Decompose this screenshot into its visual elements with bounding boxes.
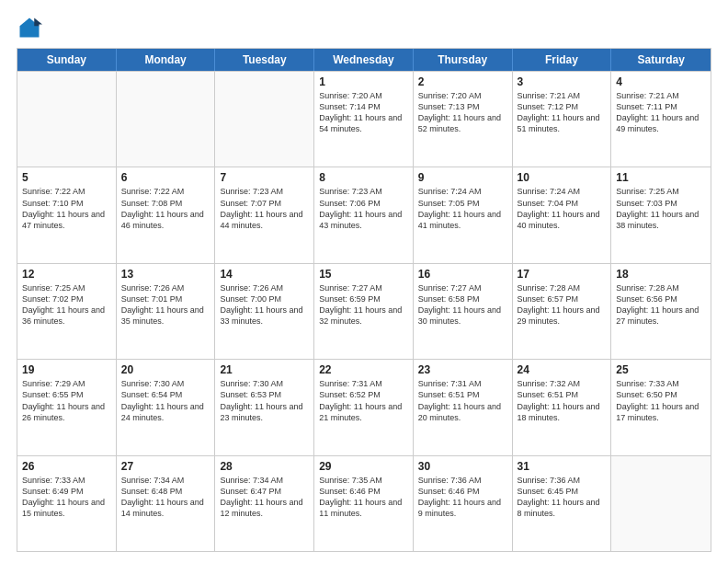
day-info: Sunrise: 7:36 AM Sunset: 6:46 PM Dayligh…: [418, 475, 507, 520]
day-info: Sunrise: 7:33 AM Sunset: 6:49 PM Dayligh…: [22, 475, 111, 520]
weekday-header: Sunday: [17, 49, 117, 71]
day-number: 16: [418, 268, 507, 281]
day-number: 29: [319, 460, 408, 473]
day-number: 23: [418, 363, 507, 376]
calendar-cell: [17, 72, 117, 167]
day-info: Sunrise: 7:31 AM Sunset: 6:52 PM Dayligh…: [319, 378, 408, 423]
weekday-header: Monday: [117, 49, 216, 71]
calendar-cell: 14Sunrise: 7:26 AM Sunset: 7:00 PM Dayli…: [215, 264, 314, 359]
calendar-cell: 22Sunrise: 7:31 AM Sunset: 6:52 PM Dayli…: [314, 360, 414, 454]
day-number: 3: [518, 75, 607, 88]
day-info: Sunrise: 7:30 AM Sunset: 6:54 PM Dayligh…: [121, 378, 210, 423]
day-number: 5: [22, 171, 111, 184]
weekday-header: Friday: [513, 49, 612, 71]
weekday-header: Tuesday: [215, 49, 314, 71]
day-number: 12: [22, 268, 111, 281]
day-info: Sunrise: 7:33 AM Sunset: 6:50 PM Dayligh…: [616, 378, 706, 423]
day-info: Sunrise: 7:23 AM Sunset: 7:06 PM Dayligh…: [319, 186, 408, 231]
day-number: 10: [518, 171, 607, 184]
day-info: Sunrise: 7:27 AM Sunset: 6:58 PM Dayligh…: [418, 282, 507, 327]
day-number: 20: [121, 363, 210, 376]
calendar-cell: 17Sunrise: 7:28 AM Sunset: 6:57 PM Dayli…: [513, 264, 612, 359]
weekday-header: Wednesday: [314, 49, 414, 71]
day-number: 18: [616, 268, 706, 281]
day-number: 14: [220, 268, 309, 281]
calendar-body: 1Sunrise: 7:20 AM Sunset: 7:14 PM Daylig…: [17, 71, 711, 551]
calendar-row: 26Sunrise: 7:33 AM Sunset: 6:49 PM Dayli…: [17, 455, 711, 551]
calendar-cell: 5Sunrise: 7:22 AM Sunset: 7:10 PM Daylig…: [17, 167, 117, 262]
calendar-row: 1Sunrise: 7:20 AM Sunset: 7:14 PM Daylig…: [17, 71, 711, 167]
day-info: Sunrise: 7:20 AM Sunset: 7:13 PM Dayligh…: [418, 90, 507, 135]
day-number: 2: [418, 75, 507, 88]
day-number: 9: [418, 171, 507, 184]
calendar-cell: 15Sunrise: 7:27 AM Sunset: 6:59 PM Dayli…: [314, 264, 414, 359]
day-info: Sunrise: 7:29 AM Sunset: 6:55 PM Dayligh…: [22, 378, 111, 423]
day-info: Sunrise: 7:25 AM Sunset: 7:02 PM Dayligh…: [22, 282, 111, 327]
day-number: 17: [518, 268, 607, 281]
day-info: Sunrise: 7:32 AM Sunset: 6:51 PM Dayligh…: [518, 378, 607, 423]
day-info: Sunrise: 7:24 AM Sunset: 7:05 PM Dayligh…: [418, 186, 507, 231]
calendar-cell: 13Sunrise: 7:26 AM Sunset: 7:01 PM Dayli…: [117, 264, 216, 359]
day-number: 26: [22, 460, 111, 473]
day-info: Sunrise: 7:20 AM Sunset: 7:14 PM Dayligh…: [319, 90, 408, 135]
page: SundayMondayTuesdayWednesdayThursdayFrid…: [0, 0, 728, 563]
day-number: 19: [22, 363, 111, 376]
day-info: Sunrise: 7:22 AM Sunset: 7:10 PM Dayligh…: [22, 186, 111, 231]
calendar-cell: [611, 456, 711, 551]
calendar-cell: 10Sunrise: 7:24 AM Sunset: 7:04 PM Dayli…: [513, 167, 612, 262]
day-number: 13: [121, 268, 210, 281]
calendar-cell: 12Sunrise: 7:25 AM Sunset: 7:02 PM Dayli…: [17, 264, 117, 359]
day-number: 24: [518, 363, 607, 376]
day-number: 27: [121, 460, 210, 473]
day-number: 15: [319, 268, 408, 281]
day-info: Sunrise: 7:25 AM Sunset: 7:03 PM Dayligh…: [616, 186, 706, 231]
day-number: 21: [220, 363, 309, 376]
day-info: Sunrise: 7:28 AM Sunset: 6:57 PM Dayligh…: [518, 282, 607, 327]
svg-marker-1: [34, 18, 42, 27]
calendar-cell: 31Sunrise: 7:36 AM Sunset: 6:45 PM Dayli…: [513, 456, 612, 551]
day-number: 30: [418, 460, 507, 473]
calendar-cell: 24Sunrise: 7:32 AM Sunset: 6:51 PM Dayli…: [513, 360, 612, 454]
calendar-cell: 16Sunrise: 7:27 AM Sunset: 6:58 PM Dayli…: [414, 264, 513, 359]
calendar-cell: 28Sunrise: 7:34 AM Sunset: 6:47 PM Dayli…: [215, 456, 314, 551]
calendar-cell: 6Sunrise: 7:22 AM Sunset: 7:08 PM Daylig…: [117, 167, 216, 262]
calendar-cell: 11Sunrise: 7:25 AM Sunset: 7:03 PM Dayli…: [611, 167, 711, 262]
calendar-cell: 2Sunrise: 7:20 AM Sunset: 7:13 PM Daylig…: [414, 72, 513, 167]
day-info: Sunrise: 7:36 AM Sunset: 6:45 PM Dayligh…: [518, 475, 607, 520]
day-info: Sunrise: 7:26 AM Sunset: 7:00 PM Dayligh…: [220, 282, 309, 327]
day-info: Sunrise: 7:26 AM Sunset: 7:01 PM Dayligh…: [121, 282, 210, 327]
day-info: Sunrise: 7:28 AM Sunset: 6:56 PM Dayligh…: [616, 282, 706, 327]
calendar-cell: 3Sunrise: 7:21 AM Sunset: 7:12 PM Daylig…: [513, 72, 612, 167]
day-info: Sunrise: 7:23 AM Sunset: 7:07 PM Dayligh…: [220, 186, 309, 231]
day-number: 11: [616, 171, 706, 184]
calendar-cell: [117, 72, 216, 167]
day-info: Sunrise: 7:22 AM Sunset: 7:08 PM Dayligh…: [121, 186, 210, 231]
calendar-cell: 9Sunrise: 7:24 AM Sunset: 7:05 PM Daylig…: [414, 167, 513, 262]
day-info: Sunrise: 7:27 AM Sunset: 6:59 PM Dayligh…: [319, 282, 408, 327]
day-number: 22: [319, 363, 408, 376]
day-info: Sunrise: 7:21 AM Sunset: 7:12 PM Dayligh…: [518, 90, 607, 135]
logo: [17, 15, 46, 40]
calendar-row: 19Sunrise: 7:29 AM Sunset: 6:55 PM Dayli…: [17, 359, 711, 454]
calendar-cell: 23Sunrise: 7:31 AM Sunset: 6:51 PM Dayli…: [414, 360, 513, 454]
day-number: 6: [121, 171, 210, 184]
calendar-cell: 29Sunrise: 7:35 AM Sunset: 6:46 PM Dayli…: [314, 456, 414, 551]
day-info: Sunrise: 7:24 AM Sunset: 7:04 PM Dayligh…: [518, 186, 607, 231]
day-info: Sunrise: 7:34 AM Sunset: 6:47 PM Dayligh…: [220, 475, 309, 520]
calendar-cell: 25Sunrise: 7:33 AM Sunset: 6:50 PM Dayli…: [611, 360, 711, 454]
calendar-cell: 7Sunrise: 7:23 AM Sunset: 7:07 PM Daylig…: [215, 167, 314, 262]
calendar-cell: [215, 72, 314, 167]
calendar-cell: 4Sunrise: 7:21 AM Sunset: 7:11 PM Daylig…: [611, 72, 711, 167]
day-info: Sunrise: 7:35 AM Sunset: 6:46 PM Dayligh…: [319, 475, 408, 520]
day-info: Sunrise: 7:21 AM Sunset: 7:11 PM Dayligh…: [616, 90, 706, 135]
day-number: 1: [319, 75, 408, 88]
day-number: 28: [220, 460, 309, 473]
calendar-cell: 26Sunrise: 7:33 AM Sunset: 6:49 PM Dayli…: [17, 456, 117, 551]
day-number: 25: [616, 363, 706, 376]
day-number: 4: [616, 75, 706, 88]
calendar-row: 5Sunrise: 7:22 AM Sunset: 7:10 PM Daylig…: [17, 167, 711, 262]
day-info: Sunrise: 7:30 AM Sunset: 6:53 PM Dayligh…: [220, 378, 309, 423]
logo-icon: [17, 15, 42, 40]
calendar: SundayMondayTuesdayWednesdayThursdayFrid…: [17, 48, 711, 552]
header: [17, 15, 711, 40]
